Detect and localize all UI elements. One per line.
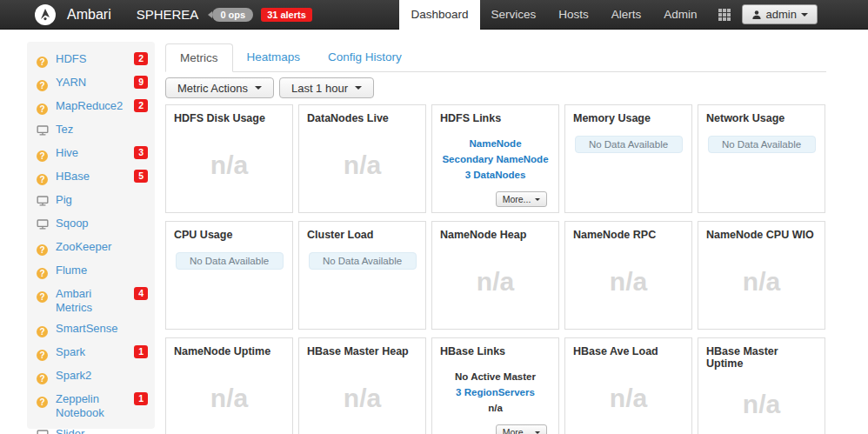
- widget-link-secondary-namenode[interactable]: Secondary NameNode: [442, 154, 548, 164]
- sidebar-item-label: HBase: [56, 170, 130, 184]
- sidebar-item-pig[interactable]: Pig: [27, 190, 155, 213]
- na-value: n/a: [210, 384, 248, 413]
- sidebar-item-spark2[interactable]: ?Spark2: [27, 365, 155, 389]
- widget-body: n/a: [698, 241, 825, 329]
- views-grid-icon[interactable]: [718, 9, 731, 21]
- alert-count-badge[interactable]: 2: [134, 52, 148, 65]
- chevron-down-icon: [801, 13, 808, 17]
- question-status-icon: ?: [37, 103, 48, 115]
- na-value: n/a: [610, 384, 647, 413]
- more-button[interactable]: More...: [496, 191, 548, 207]
- na-value: n/a: [743, 267, 780, 297]
- sidebar-item-smartsense[interactable]: ?SmartSense: [27, 318, 155, 342]
- widget-body: No Active Master3 RegionServersn/aMore..…: [432, 357, 558, 434]
- sidebar-item-label: Slider: [56, 427, 148, 434]
- service-status-icon-wrap: [36, 124, 49, 139]
- sidebar-item-flume[interactable]: ?Flume: [27, 260, 155, 284]
- widget-body: No Data Available: [698, 124, 825, 212]
- alert-count-badge[interactable]: 2: [134, 99, 148, 112]
- alert-count-badge[interactable]: 1: [134, 345, 148, 358]
- tab-heatmaps[interactable]: Heatmaps: [233, 43, 315, 71]
- metrics-toolbar: Metric Actions Last 1 hour: [165, 77, 826, 98]
- alert-count-badge[interactable]: 1: [134, 392, 148, 405]
- brand-title[interactable]: Ambari: [67, 7, 111, 23]
- service-status-icon-wrap: ?: [36, 370, 49, 385]
- sidebar-item-slider[interactable]: Slider: [27, 424, 155, 434]
- service-status-icon-wrap: ?: [36, 53, 49, 69]
- service-status-icon-wrap: ?: [36, 170, 49, 186]
- sidebar-item-yarn[interactable]: ?YARN9: [27, 72, 155, 96]
- na-value: n/a: [743, 390, 780, 419]
- widget-body: n/a: [166, 357, 292, 434]
- sidebar-item-label: Sqoop: [56, 217, 148, 230]
- tab-config-history[interactable]: Config History: [314, 43, 416, 71]
- sidebar-item-label: Spark: [56, 345, 130, 359]
- no-data-available-pill: No Data Available: [309, 252, 417, 270]
- widget-title: NameNode Heap: [432, 222, 558, 241]
- no-data-available-pill: No Data Available: [575, 136, 683, 153]
- service-status-icon-wrap: [36, 217, 49, 233]
- nav-item-hosts[interactable]: Hosts: [547, 0, 600, 30]
- widget-title: Network Usage: [698, 105, 825, 124]
- alert-count-badge[interactable]: 9: [134, 76, 148, 89]
- service-status-icon-wrap: ?: [36, 100, 49, 116]
- question-status-icon: ?: [37, 373, 48, 384]
- nav-item-services[interactable]: Services: [480, 0, 548, 30]
- na-value: n/a: [477, 267, 514, 297]
- client-monitor-icon: [37, 125, 49, 136]
- sidebar-item-hbase[interactable]: ?HBase5: [27, 166, 155, 190]
- sidebar-item-label: HDFS: [56, 52, 130, 66]
- nav-item-alerts[interactable]: Alerts: [600, 0, 653, 30]
- sidebar-item-label: Spark2: [56, 369, 148, 383]
- sidebar-item-ambari-metrics[interactable]: ?Ambari Metrics4: [27, 284, 155, 318]
- sidebar-item-hive[interactable]: ?Hive3: [27, 143, 155, 166]
- chevron-down-icon: [535, 431, 540, 434]
- time-range-button[interactable]: Last 1 hour: [279, 77, 374, 98]
- sidebar-item-zookeeper[interactable]: ?ZooKeeper: [27, 237, 155, 260]
- widget-namenode-heap: NameNode Heapn/a: [431, 221, 559, 330]
- question-status-icon: ?: [37, 174, 48, 185]
- widget-text: n/a: [488, 403, 503, 413]
- widget-datanodes-live: DataNodes Liven/a: [298, 104, 426, 213]
- widget-body: n/a: [565, 241, 691, 329]
- no-data-available-pill: No Data Available: [708, 136, 816, 153]
- widget-body: n/a: [432, 241, 558, 329]
- service-status-icon-wrap: ?: [36, 264, 49, 280]
- widget-link-3-datanodes[interactable]: 3 DataNodes: [465, 170, 526, 180]
- widget-link-3-regionservers[interactable]: 3 RegionServers: [456, 387, 535, 397]
- user-label: admin: [766, 8, 797, 21]
- sidebar-item-spark[interactable]: ?Spark1: [27, 342, 155, 365]
- sidebar-item-sqoop[interactable]: Sqoop: [27, 213, 155, 237]
- alert-count-badge[interactable]: 3: [134, 146, 148, 159]
- background-operations-badge[interactable]: 0 ops: [212, 8, 253, 22]
- user-menu-button[interactable]: admin: [742, 4, 818, 24]
- no-data-available-pill: No Data Available: [176, 252, 284, 270]
- sidebar-item-mapreduce2[interactable]: ?MapReduce22: [27, 96, 155, 119]
- alert-count-badge[interactable]: 4: [134, 287, 148, 300]
- metric-actions-button[interactable]: Metric Actions: [165, 77, 274, 98]
- more-button[interactable]: More...: [496, 424, 548, 434]
- sidebar-item-tez[interactable]: Tez: [27, 119, 155, 143]
- alert-count-badge[interactable]: 5: [134, 170, 148, 183]
- widget-link-namenode[interactable]: NameNode: [469, 138, 521, 149]
- ambari-logo-icon[interactable]: [35, 4, 56, 25]
- sidebar-item-hdfs[interactable]: ?HDFS2: [27, 49, 155, 72]
- widget-body: n/a: [565, 357, 691, 434]
- widget-body: NameNodeSecondary NameNode3 DataNodesMor…: [432, 124, 558, 212]
- widget-title: NameNode RPC: [565, 222, 691, 241]
- widget-title: HBase Links: [432, 338, 558, 357]
- tab-metrics[interactable]: Metrics: [165, 43, 233, 72]
- widget-hdfs-links: HDFS LinksNameNodeSecondary NameNode3 Da…: [431, 104, 559, 213]
- nav-item-dashboard[interactable]: Dashboard: [399, 0, 479, 30]
- client-monitor-icon: [37, 196, 49, 206]
- sidebar-item-label: YARN: [56, 76, 130, 90]
- question-status-icon: ?: [37, 350, 48, 361]
- nav-items: DashboardServicesHostsAlertsAdmin: [399, 0, 708, 30]
- widget-body: n/a: [299, 357, 425, 434]
- alerts-count-badge[interactable]: 31 alerts: [261, 8, 312, 22]
- widget-body: n/a: [166, 124, 292, 212]
- nav-item-admin[interactable]: Admin: [652, 0, 708, 30]
- question-status-icon: ?: [37, 150, 48, 162]
- widget-title: HBase Master Uptime: [698, 338, 825, 370]
- sidebar-item-zeppelin-notebook[interactable]: ?Zeppelin Notebook1: [27, 389, 155, 424]
